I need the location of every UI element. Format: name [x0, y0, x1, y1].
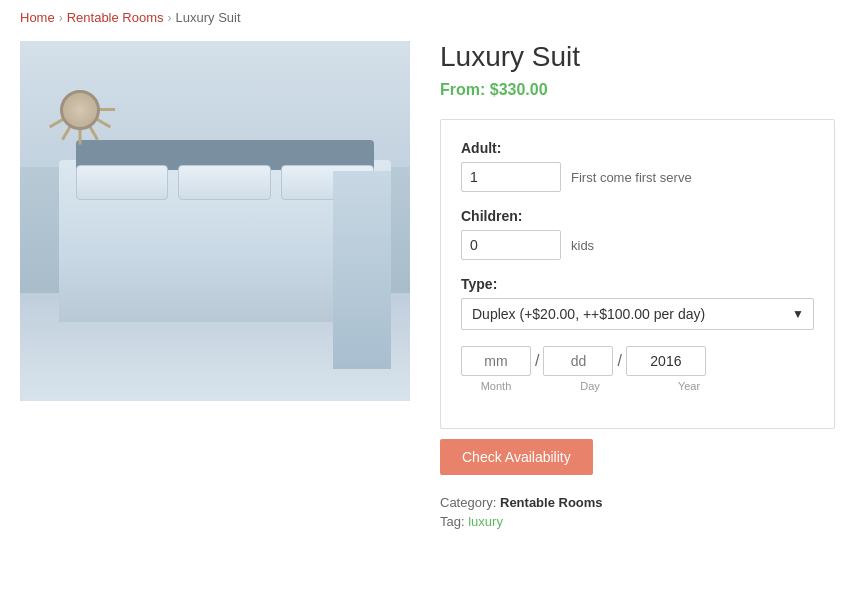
type-group: Type: Duplex (+$20.00, ++$100.00 per day… — [461, 276, 814, 330]
room-title: Luxury Suit — [440, 41, 835, 73]
date-day-label: Day — [555, 380, 625, 392]
breadcrumb-rentable-rooms[interactable]: Rentable Rooms — [67, 10, 164, 25]
children-group: Children: kids — [461, 208, 814, 260]
adult-row: First come first serve — [461, 162, 814, 192]
category-label: Category: — [440, 495, 496, 510]
room-price: From: $330.00 — [440, 81, 835, 99]
date-sep1: / — [535, 352, 539, 370]
content-area: Luxury Suit From: $330.00 Adult: First c… — [20, 41, 835, 533]
date-year-input[interactable] — [626, 346, 706, 376]
pillow-left — [76, 165, 169, 200]
mirror-glass — [60, 90, 100, 130]
date-sep2: / — [617, 352, 621, 370]
children-label: Children: — [461, 208, 814, 224]
date-labels: Month Day Year — [461, 380, 814, 392]
check-availability-button[interactable]: Check Availability — [440, 439, 593, 475]
adult-input[interactable] — [461, 162, 561, 192]
curtain-right — [361, 171, 391, 369]
breadcrumb: Home › Rentable Rooms › Luxury Suit — [20, 10, 835, 25]
date-day-input[interactable] — [543, 346, 613, 376]
breadcrumb-current: Luxury Suit — [176, 10, 241, 25]
children-row: kids — [461, 230, 814, 260]
date-month-label: Month — [461, 380, 531, 392]
breadcrumb-sep1: › — [59, 11, 63, 25]
room-image — [20, 41, 410, 401]
pillow-center — [178, 165, 271, 200]
sunburst-mirror — [40, 70, 120, 150]
curtain-left — [333, 171, 363, 369]
adult-label: Adult: — [461, 140, 814, 156]
room-details: Luxury Suit From: $330.00 Adult: First c… — [440, 41, 835, 533]
category-value: Rentable Rooms — [500, 495, 603, 510]
breadcrumb-home[interactable]: Home — [20, 10, 55, 25]
tag-label: Tag: — [440, 514, 465, 529]
type-select-wrapper: Duplex (+$20.00, ++$100.00 per day) Sing… — [461, 298, 814, 330]
children-input[interactable] — [461, 230, 561, 260]
adult-hint: First come first serve — [571, 170, 692, 185]
type-select[interactable]: Duplex (+$20.00, ++$100.00 per day) Sing… — [461, 298, 814, 330]
tag-row: Tag: luxury — [440, 514, 835, 529]
page-wrapper: Home › Rentable Rooms › Luxury Suit — [0, 0, 855, 563]
bed-scene — [20, 41, 410, 401]
booking-form: Adult: First come first serve Children: … — [440, 119, 835, 429]
category-row: Category: Rentable Rooms — [440, 495, 835, 510]
children-hint: kids — [571, 238, 594, 253]
date-month-input[interactable] — [461, 346, 531, 376]
tag-value-link[interactable]: luxury — [468, 514, 503, 529]
adult-group: Adult: First come first serve — [461, 140, 814, 192]
type-label: Type: — [461, 276, 814, 292]
date-year-label: Year — [649, 380, 729, 392]
date-row: / / — [461, 346, 814, 376]
bed-pillows — [76, 165, 374, 200]
room-image-inner — [20, 41, 410, 401]
date-group: / / Month Day Year — [461, 346, 814, 392]
breadcrumb-sep2: › — [168, 11, 172, 25]
meta-info: Category: Rentable Rooms Tag: luxury — [440, 495, 835, 529]
